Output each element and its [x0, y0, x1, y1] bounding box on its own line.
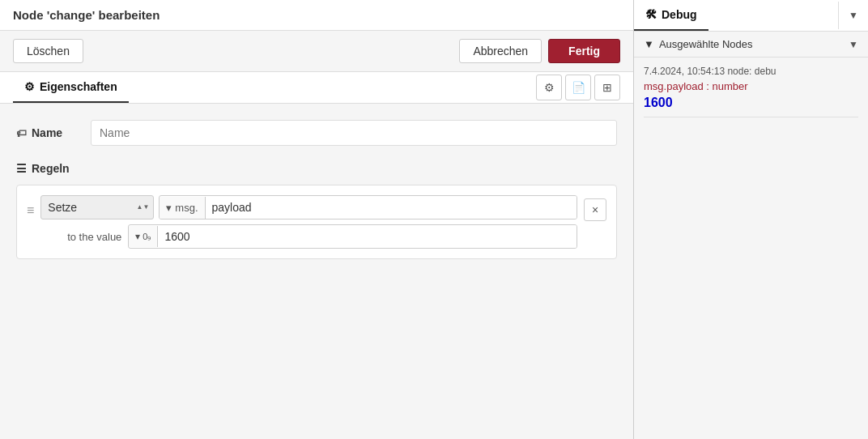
msg-prefix-btn[interactable]: ▾ msg.: [160, 197, 205, 219]
chevron-down-icon: ▾: [166, 202, 172, 214]
value-type-btn[interactable]: ▾ 0₉: [129, 226, 158, 247]
filter-label: ▼ Ausgewählte Nodes: [644, 38, 753, 50]
debug-icon: 🛠: [645, 8, 657, 21]
title-text: Node 'change' bearbeiten: [13, 8, 160, 22]
right-panel: 🛠 Debug ▼ ▼ Ausgewählte Nodes ▼ 7.4.2024…: [634, 0, 868, 439]
settings-icon-btn[interactable]: ⚙: [536, 75, 562, 100]
right-header: 🛠 Debug ▼: [634, 0, 868, 32]
rule-fields: Setze ▾ msg. to the value: [40, 195, 577, 249]
value-field: ▾ 0₉: [128, 224, 577, 249]
value-input[interactable]: [158, 225, 577, 248]
tag-icon: 🏷: [16, 127, 27, 139]
close-icon: ×: [592, 203, 598, 216]
msg-prefix-text: msg.: [175, 202, 198, 214]
msg-payload-input[interactable]: [206, 196, 577, 219]
filter-dropdown-arrow[interactable]: ▼: [849, 39, 858, 50]
name-field-row: 🏷 Name: [16, 120, 617, 146]
name-label-text: Name: [32, 126, 62, 139]
toolbar: Löschen Abbrechen Fertig: [0, 31, 633, 72]
tab-properties[interactable]: ⚙ Eigenschaften: [13, 72, 129, 103]
filter-bar: ▼ Ausgewählte Nodes ▼: [634, 32, 868, 58]
panel-title: Node 'change' bearbeiten: [0, 0, 633, 31]
debug-tab[interactable]: 🛠 Debug: [634, 0, 708, 31]
rules-label-text: Regeln: [32, 162, 70, 175]
chevron-down-icon-debug: ▼: [849, 10, 858, 21]
debug-meta: 7.4.2024, 10:54:13 node: debu: [644, 66, 858, 77]
gear-icon: ⚙: [24, 80, 35, 93]
done-button[interactable]: Fertig: [548, 39, 620, 63]
rule-delete-btn[interactable]: ×: [584, 198, 606, 221]
debug-dropdown-arrow[interactable]: ▼: [838, 2, 868, 29]
value-type-icon: 0₉: [143, 232, 151, 242]
tabs-row: ⚙ Eigenschaften ⚙ 📄 ⊞: [0, 72, 633, 104]
left-panel: Node 'change' bearbeiten Löschen Abbrech…: [0, 0, 634, 439]
debug-entry: 7.4.2024, 10:54:13 node: debu msg.payloa…: [644, 66, 858, 117]
debug-messages: 7.4.2024, 10:54:13 node: debu msg.payloa…: [634, 58, 868, 439]
msg-field: ▾ msg.: [159, 195, 577, 220]
rules-section-label: ☰ Regeln: [16, 162, 617, 175]
name-label: 🏷 Name: [16, 126, 81, 139]
rules-container: ≡ Setze ▾ msg.: [16, 185, 617, 259]
action-select-wrapper: Setze: [40, 195, 154, 220]
rule-row: ≡ Setze ▾ msg.: [27, 195, 606, 249]
rule-bottom: to the value ▾ 0₉: [49, 224, 577, 249]
name-input[interactable]: [91, 120, 617, 146]
filter-label-text: Ausgewählte Nodes: [659, 38, 753, 50]
table-icon-btn[interactable]: ⊞: [594, 75, 620, 100]
to-value-label: to the value: [49, 231, 121, 243]
rule-top: Setze ▾ msg.: [40, 195, 577, 220]
chevron-down-icon-value: ▾: [135, 231, 140, 242]
delete-button[interactable]: Löschen: [13, 39, 83, 63]
doc-icon-btn[interactable]: 📄: [565, 75, 591, 100]
debug-tab-label: Debug: [662, 8, 697, 21]
drag-handle[interactable]: ≡: [27, 195, 34, 218]
drag-icon: ≡: [27, 203, 34, 218]
list-icon: ☰: [16, 162, 27, 175]
content-area: 🏷 Name ☰ Regeln ≡ Setze: [0, 104, 633, 439]
cancel-button[interactable]: Abbrechen: [459, 39, 542, 63]
debug-type: msg.payload : number: [644, 80, 858, 92]
action-select[interactable]: Setze: [40, 195, 154, 220]
debug-value: 1600: [644, 96, 858, 110]
filter-icon: ▼: [644, 38, 654, 50]
tab-icon-group: ⚙ 📄 ⊞: [536, 75, 620, 100]
tab-properties-label: Eigenschaften: [40, 80, 117, 93]
